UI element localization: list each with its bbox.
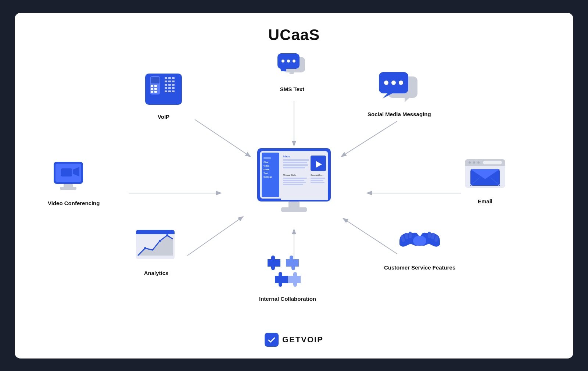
customer-icon [396,221,444,261]
getvoip-text: GETVOIP [282,335,323,345]
svg-rect-48 [151,85,153,87]
getvoip-logo: GETVOIP [265,333,323,347]
main-card: UCaaS [15,13,573,358]
svg-rect-54 [165,77,167,79]
getvoip-check-icon [265,333,279,347]
svg-text:Settings: Settings [263,176,272,178]
svg-rect-95 [428,232,431,238]
node-email: Email [461,154,509,205]
voip-icon [140,70,187,110]
sms-icon [272,50,312,83]
svg-rect-59 [172,81,175,82]
svg-point-89 [413,236,426,246]
svg-rect-51 [154,88,157,90]
svg-rect-92 [409,232,412,238]
svg-point-73 [384,81,388,85]
svg-rect-68 [172,90,175,92]
svg-rect-63 [165,87,167,89]
svg-rect-56 [172,77,175,79]
center-computer: Chat Video Email Text Settings Inbox Mis… [254,145,334,220]
svg-rect-84 [136,232,175,234]
svg-point-101 [477,161,480,164]
svg-text:Contact List: Contact List [311,174,323,176]
svg-text:Chat: Chat [263,161,268,163]
svg-point-99 [469,161,471,164]
svg-rect-35 [311,182,325,183]
svg-rect-33 [311,178,325,179]
node-sms: SMS Text [272,50,312,93]
svg-line-3 [195,119,250,156]
svg-rect-66 [165,90,167,92]
svg-rect-50 [151,88,153,90]
svg-marker-70 [405,97,410,102]
email-icon [461,154,509,195]
svg-rect-12 [262,153,279,197]
social-icon [375,67,423,108]
page-title: UCaaS [15,13,573,44]
svg-line-9 [342,121,397,156]
svg-rect-22 [283,162,307,163]
svg-rect-53 [154,91,157,93]
svg-text:Video: Video [263,165,270,167]
svg-rect-21 [283,159,309,161]
node-social: Social Media Messaging [368,67,431,118]
svg-rect-64 [168,87,171,89]
svg-text:Email: Email [263,168,269,171]
svg-point-42 [282,60,284,63]
svg-rect-57 [165,81,167,82]
node-internal: Internal Collaboration [259,252,316,303]
svg-text:Inbox: Inbox [283,155,290,158]
svg-point-100 [473,161,475,164]
svg-rect-78 [61,168,72,176]
svg-rect-24 [283,167,305,168]
svg-point-86 [144,247,146,249]
svg-text:Text: Text [263,172,268,174]
node-voip: VoIP [140,70,187,121]
svg-point-44 [293,60,295,63]
svg-rect-61 [168,84,171,86]
svg-rect-67 [168,90,171,92]
svg-rect-65 [172,87,175,89]
svg-rect-30 [283,182,306,183]
svg-rect-23 [283,164,308,166]
svg-rect-37 [281,207,307,212]
svg-rect-36 [288,201,300,208]
svg-rect-62 [172,84,175,86]
svg-text:Missed Calls: Missed Calls [283,174,297,176]
svg-rect-102 [483,161,502,164]
svg-point-75 [399,81,403,85]
svg-rect-47 [151,77,159,83]
svg-rect-55 [168,77,171,79]
svg-rect-49 [154,85,157,87]
analytics-icon [132,226,180,267]
video-icon [50,156,98,197]
svg-rect-41 [280,66,286,71]
computer-icon: Chat Video Email Text Settings Inbox Mis… [254,145,334,218]
svg-rect-39 [289,71,294,74]
svg-point-87 [159,240,161,242]
svg-rect-28 [283,178,307,179]
svg-rect-29 [283,180,304,181]
internal-icon [264,252,312,292]
node-analytics: Analytics [132,226,180,277]
svg-rect-31 [283,184,303,185]
node-customer: Customer Service Features [384,221,455,271]
svg-rect-81 [60,187,76,190]
svg-point-43 [287,60,290,63]
svg-line-5 [187,217,243,256]
svg-rect-60 [165,84,167,86]
node-video: Video Conferencing [48,156,100,207]
svg-rect-58 [168,81,171,82]
svg-point-88 [166,234,168,236]
svg-rect-13 [263,157,271,159]
svg-point-74 [391,81,396,85]
svg-rect-52 [151,91,153,93]
svg-rect-34 [311,180,323,181]
